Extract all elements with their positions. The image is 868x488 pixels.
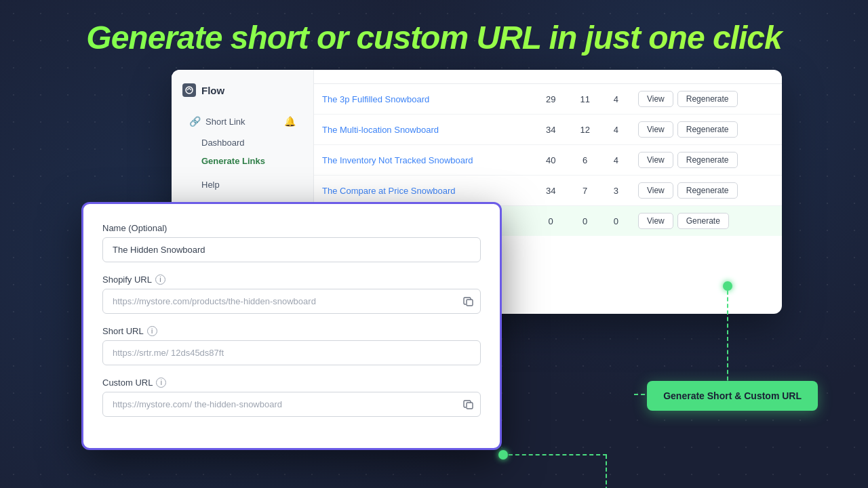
table-cell: 34 [534,115,568,145]
shopify-url-info-icon[interactable]: i [155,274,165,285]
short-url-input[interactable] [102,340,481,365]
help-label: Help [201,180,220,190]
name-label: Name (Optional) [102,223,481,233]
name-input[interactable] [102,237,481,262]
dot-connector-form [498,450,508,460]
table-cell: 0 [602,206,630,237]
table-cell: 12 [568,115,602,145]
col-product [314,75,534,84]
product-name-link[interactable]: The Multi-location Snowboard [322,125,439,135]
generate-short-custom-url-button[interactable]: Generate Short & Custom URL [647,381,818,411]
regenerate-button[interactable]: Regenerate [677,152,738,168]
sidebar-help-section: Help [172,173,313,197]
shopify-url-input-wrapper [102,289,481,314]
custom-url-info-icon[interactable]: i [156,378,166,388]
generate-button[interactable]: Generate [677,213,729,229]
shopify-url-label: Shopify URL i [102,274,481,285]
custom-url-copy-button[interactable] [463,399,474,410]
page-title: Generate short or custom URL in just one… [0,0,868,70]
form-panel: Name (Optional) Shopify URL i [81,202,502,450]
table-cell: 29 [534,84,568,115]
name-group: Name (Optional) [102,223,481,262]
view-button[interactable]: View [638,91,673,107]
table-actions-cell: ViewGenerate [630,206,782,237]
col-1 [534,75,568,84]
table-cell: 40 [534,145,568,176]
short-url-label: Short URL i [102,326,481,336]
dot-connector-top [723,281,732,291]
table-row: The Multi-location Snowboard34124ViewReg… [314,115,782,145]
regenerate-button[interactable]: Regenerate [677,121,738,138]
col-actions [630,75,782,84]
table-actions-cell: ViewRegenerate [630,176,782,206]
sidebar-section: 🔗 Short Link 🔔 Dashboard Generate Links [172,108,313,173]
custom-url-group: Custom URL i [102,378,481,417]
connector-v2 [606,455,607,488]
table-actions-cell: ViewRegenerate [630,115,782,145]
short-url-group: Short URL i [102,326,481,365]
table-cell: 11 [568,84,602,115]
shortlink-icon: 🔗 [189,116,200,127]
sidebar-item-shortlink[interactable]: 🔗 Short Link 🔔 [182,110,302,132]
table-cell: 0 [568,206,602,237]
sidebar-logo: Flow [172,81,313,108]
svg-rect-2 [467,403,473,409]
shopify-url-group: Shopify URL i [102,274,481,314]
table-cell: 4 [602,115,630,145]
flow-label: Flow [201,85,224,96]
product-name-link[interactable]: The Inventory Not Tracked Snowboard [322,155,473,165]
custom-url-input-wrapper [102,392,481,417]
view-button[interactable]: View [638,213,673,229]
table-row: The Inventory Not Tracked Snowboard4064V… [314,145,782,176]
short-url-info-icon[interactable]: i [147,326,157,336]
table-cell: 4 [602,84,630,115]
table-cell: 34 [534,176,568,206]
product-name-link[interactable]: The Compare at Price Snowboard [322,186,456,196]
table-row: The Compare at Price Snowboard3473ViewRe… [314,176,782,206]
shopify-url-input[interactable] [102,289,481,314]
content-area: Flow 🔗 Short Link 🔔 Dashboard Generate L… [0,70,868,470]
product-name-link[interactable]: The 3p Fulfilled Snowboard [322,94,429,104]
regenerate-button[interactable]: Regenerate [677,91,738,107]
sidebar-item-help[interactable]: Help [182,176,302,194]
sidebar-item-generatelinks[interactable]: Generate Links [182,152,302,170]
table-cell: 4 [602,145,630,176]
regenerate-button[interactable]: Regenerate [677,182,738,199]
connector-h2 [502,454,607,455]
table-row: The 3p Fulfilled Snowboard29114ViewRegen… [314,84,782,115]
dashboard-label: Dashboard [201,138,245,148]
table-cell: 7 [568,176,602,206]
view-button[interactable]: View [638,182,673,199]
table-cell: 0 [534,206,568,237]
generate-btn-label: Generate Short & Custom URL [663,390,802,401]
custom-url-label: Custom URL i [102,378,481,388]
shopify-url-copy-button[interactable] [463,296,474,307]
connector-v1 [727,284,728,394]
view-button[interactable]: View [638,152,673,168]
svg-rect-1 [467,300,473,306]
table-actions-cell: ViewRegenerate [630,84,782,115]
table-actions-cell: ViewRegenerate [630,145,782,176]
col-2 [568,75,602,84]
view-button[interactable]: View [638,121,673,138]
flow-icon [182,83,196,97]
custom-url-input[interactable] [102,392,481,417]
sidebar-item-dashboard[interactable]: Dashboard [182,134,302,152]
generate-links-label: Generate Links [201,156,265,166]
short-link-label: Short Link [205,117,245,127]
table-cell: 3 [602,176,630,206]
table-cell: 6 [568,145,602,176]
bell-icon: 🔔 [284,116,296,127]
col-3 [602,75,630,84]
